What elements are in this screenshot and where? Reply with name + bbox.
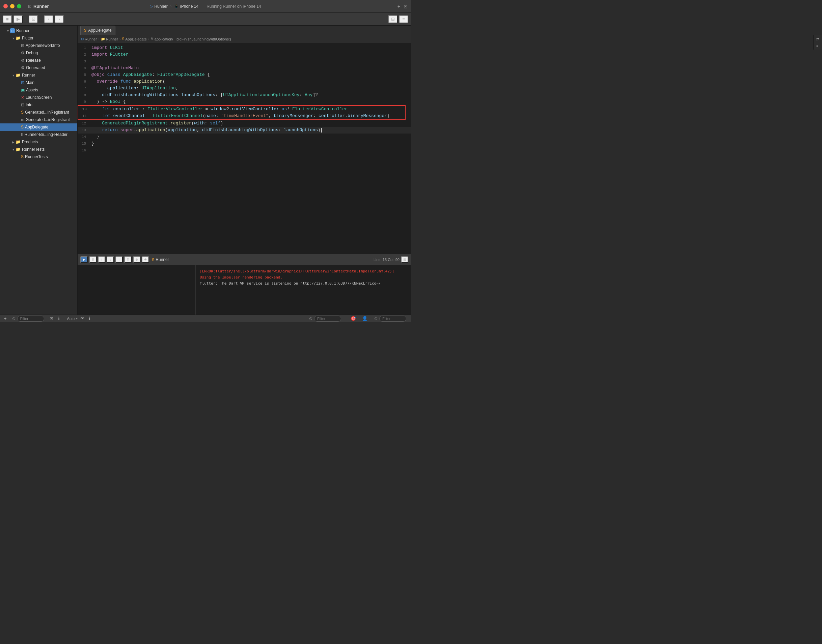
sidebar-item-flutter[interactable]: ▾ 📁 Flutter <box>0 34 77 42</box>
split-view-icon[interactable]: ⊡ <box>404 4 408 9</box>
swift-icon: S <box>21 155 24 159</box>
line-number: 3 <box>78 58 89 65</box>
sidebar-item-label: RunnerTests <box>22 147 45 152</box>
sidebar-item-runner-group[interactable]: ▾ 📁 Runner <box>0 72 77 79</box>
auto-label: Auto <box>67 317 75 320</box>
main-area: ▾ R Runner ▾ 📁 Flutter ⊟ AppFrameworkInf… <box>0 26 411 322</box>
launchscreen-icon: ✕ <box>21 95 24 100</box>
tab-appdelegate[interactable]: S AppDelegate <box>80 26 115 35</box>
code-line-3: 3 <box>78 58 411 65</box>
editor-filter-icon: ⊙ <box>309 316 312 321</box>
code-content: override func application( <box>89 78 165 85</box>
right-icon1[interactable]: 🎯 <box>349 315 357 322</box>
expand-arrow: ▾ <box>11 37 15 40</box>
plist-icon: ⊟ <box>21 43 24 48</box>
sidebar-item-debug[interactable]: ⚙ Debug <box>0 49 77 57</box>
sidebar-item-bridging-header[interactable]: h Runner-Bri...ing-Header <box>0 131 77 138</box>
sidebar-item-generated[interactable]: ⚙ Generated <box>0 64 77 72</box>
breadcrumb-appdelegate-label: AppDelegate <box>125 37 147 41</box>
stop-button[interactable]: ■ <box>3 15 12 23</box>
code-content: import Flutter <box>89 51 128 58</box>
bottom-play-btn[interactable]: ▶ <box>80 256 88 263</box>
editor-layout-btn[interactable]: ⊟ <box>388 15 398 23</box>
info-icon[interactable]: ℹ <box>57 315 61 322</box>
middle-icon1[interactable]: 👁 <box>79 315 86 322</box>
code-content: _ application: UIApplication, <box>89 85 178 92</box>
line-number: 6 <box>78 78 89 85</box>
code-line-11: 11 let eventChannel = FlutterEventChanne… <box>78 113 405 120</box>
line-number: 14 <box>78 133 89 140</box>
scheme-selector[interactable]: ▷ Runner <box>150 4 167 9</box>
sidebar-item-label: Flutter <box>22 36 34 40</box>
add-tab-icon[interactable]: + <box>398 4 400 9</box>
folder-icon: 📁 <box>15 147 21 152</box>
run-button[interactable]: ▶ <box>14 15 23 23</box>
bottom-stepout-btn[interactable]: ↑ <box>115 256 123 263</box>
right-icon2[interactable]: 👤 <box>361 315 369 322</box>
code-line-16: 16 <box>78 147 411 154</box>
bottom-pause-btn[interactable]: ⏸ <box>89 256 97 263</box>
bottom-stepover-btn[interactable]: ↑ <box>98 256 105 263</box>
back-button[interactable]: ‹ <box>44 15 53 23</box>
sidebar-item-launchscreen[interactable]: ✕ LaunchScreen <box>0 94 77 101</box>
inspector-toggle[interactable]: ≡ <box>399 15 408 23</box>
line-number: 1 <box>78 44 89 51</box>
sidebar-item-label: Assets <box>26 88 38 92</box>
sidebar-item-label: Generated...inRegistrant <box>26 117 70 122</box>
sidebar-filter-input[interactable] <box>17 316 44 322</box>
add-file-icon[interactable]: + <box>3 315 8 322</box>
debug-filter-input[interactable] <box>379 316 406 322</box>
middle-icon2[interactable]: ℹ <box>88 315 92 322</box>
sidebar: ▾ R Runner ▾ 📁 Flutter ⊟ AppFrameworkInf… <box>0 26 78 314</box>
bottom-stepinto-btn[interactable]: ↓ <box>107 256 114 263</box>
code-content <box>89 58 94 65</box>
line-number: 13 <box>78 127 89 133</box>
maximize-button[interactable] <box>17 4 21 8</box>
sidebar-item-runnertests-group[interactable]: ▾ 📁 RunnerTests <box>0 146 77 153</box>
m-file-icon: m <box>21 117 24 122</box>
editor-filter: ⊙ <box>307 316 343 322</box>
code-editor[interactable]: 1 import UIKit 2 import Flutter 3 <box>78 43 411 254</box>
bottom-runner-text: Runner <box>155 257 169 262</box>
code-content: import UIKit <box>89 44 123 51</box>
sidebar-item-generated-registrant-m[interactable]: m Generated...inRegistrant <box>0 116 77 123</box>
layout-toggle-btn[interactable]: ⊟ <box>401 256 408 263</box>
editor-filter-input[interactable] <box>314 316 341 322</box>
code-main: S AppDelegate ⊡ Runner › 📁 Runner › S <box>78 26 411 314</box>
sidebar-item-appframeworkinfo[interactable]: ⊟ AppFrameworkInfo <box>0 42 77 49</box>
sidebar-item-release[interactable]: ⚙ Release <box>0 57 77 64</box>
sidebar-item-appdelegate[interactable]: S AppDelegate <box>0 123 77 131</box>
bottom-panel: ▶ ⏸ ↑ ↓ ↑ ⚙ ⊕ ✈ S Runner Line: 13 Col: 9… <box>78 254 411 314</box>
hierarchy-icon[interactable]: ⊡ <box>48 315 55 322</box>
sidebar-item-info[interactable]: ⊟ Info <box>0 101 77 109</box>
sidebar-item-main[interactable]: ⊡ Main <box>0 79 77 86</box>
device-selector[interactable]: 📱 iPhone 14 <box>174 4 198 9</box>
code-content: return super.application(application, di… <box>89 127 321 133</box>
breadcrumb-runner2[interactable]: 📁 Runner <box>101 37 118 41</box>
code-content: let eventChannel = FlutterEventChannel(n… <box>90 113 390 120</box>
navigator-toggle[interactable]: ⊡ <box>29 15 38 23</box>
code-content: @objc class AppDelegate: FlutterAppDeleg… <box>89 72 210 78</box>
device-label: iPhone 14 <box>180 4 198 9</box>
sidebar-item-label: Runner <box>22 73 35 78</box>
sidebar-item-products[interactable]: ▶ 📁 Products <box>0 138 77 146</box>
sidebar-item-runner-root[interactable]: ▾ R Runner <box>0 27 77 34</box>
bottom-settings-btn[interactable]: ⚙ <box>124 256 132 263</box>
bottom-runner-label: S Runner <box>152 257 169 262</box>
code-line-6: 6 override func application( <box>78 78 411 85</box>
sidebar-item-assets[interactable]: ▣ Assets <box>0 86 77 94</box>
line-number: 7 <box>78 85 89 92</box>
line-number: 12 <box>78 120 89 127</box>
forward-button[interactable]: › <box>55 15 64 23</box>
code-line-9: 9 ) -> Bool { <box>78 98 411 105</box>
sidebar-item-generated-registrant-swift[interactable]: S Generated...inRegistrant <box>0 109 77 116</box>
breadcrumb-method[interactable]: M application(_:didFinishLaunchingWithOp… <box>151 37 231 41</box>
sidebar-item-label: Info <box>26 103 32 107</box>
bottom-share-btn[interactable]: ✈ <box>142 256 149 263</box>
sidebar-item-runnertests-file[interactable]: S RunnerTests <box>0 153 77 161</box>
bottom-add-btn[interactable]: ⊕ <box>133 256 140 263</box>
close-button[interactable] <box>3 4 8 8</box>
minimize-button[interactable] <box>10 4 14 8</box>
breadcrumb-appdelegate[interactable]: S AppDelegate <box>122 37 147 41</box>
breadcrumb-runner-icon[interactable]: ⊡ Runner <box>81 37 97 41</box>
